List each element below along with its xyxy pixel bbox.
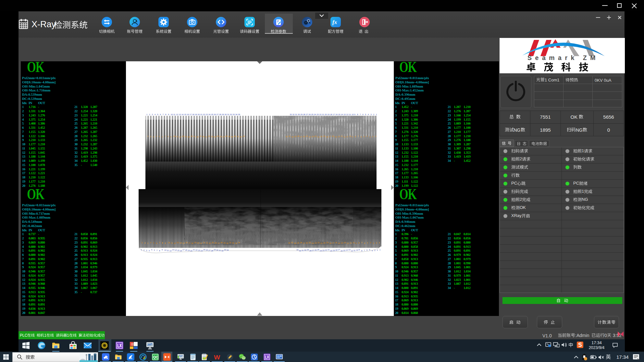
svg-text:6: 6 [154, 249, 155, 251]
svg-text:3: 3 [152, 114, 153, 115]
svg-text:18: 18 [335, 249, 337, 251]
svg-text:19: 19 [188, 249, 190, 251]
svg-text:8: 8 [355, 136, 356, 138]
svg-text:19: 19 [326, 242, 328, 244]
svg-text:17: 17 [188, 242, 190, 244]
svg-text:23: 23 [322, 249, 324, 251]
svg-text:20: 20 [325, 114, 327, 115]
svg-text:32: 32 [230, 114, 232, 115]
svg-text:14: 14 [341, 114, 343, 115]
svg-text:10: 10 [349, 135, 351, 137]
svg-text:11: 11 [350, 242, 352, 244]
svg-text:19: 19 [194, 242, 196, 244]
svg-text:1: 1 [379, 242, 380, 244]
svg-text:17: 17 [333, 114, 335, 115]
svg-text:29: 29 [294, 136, 296, 138]
svg-text:7: 7 [361, 242, 362, 244]
svg-text:23: 23 [211, 136, 213, 138]
svg-text:16: 16 [185, 242, 187, 244]
svg-text:25: 25 [317, 249, 319, 251]
svg-text:9: 9 [168, 114, 169, 115]
svg-text:29: 29 [223, 242, 225, 244]
svg-text:27: 27 [306, 114, 308, 115]
svg-text:27: 27 [222, 136, 224, 138]
svg-text:12: 12 [179, 136, 181, 138]
svg-text:25: 25 [211, 114, 213, 115]
svg-text:11: 11 [173, 114, 175, 115]
svg-text:7: 7 [360, 114, 361, 115]
svg-text:12: 12 [343, 136, 345, 138]
svg-text:9: 9 [355, 242, 356, 244]
svg-text:29: 29 [222, 114, 224, 115]
svg-text:20: 20 [197, 242, 199, 244]
svg-text:21: 21 [205, 136, 207, 138]
svg-text:12: 12 [176, 114, 178, 115]
svg-text:21: 21 [193, 249, 195, 251]
svg-text:34: 34 [238, 242, 240, 244]
svg-text:27: 27 [217, 242, 219, 244]
svg-text:22: 22 [208, 135, 210, 137]
svg-text:10: 10 [171, 114, 173, 115]
svg-text:20: 20 [330, 250, 332, 252]
svg-text:11: 11 [346, 136, 348, 138]
svg-text:10: 10 [168, 242, 170, 244]
svg-text:5: 5 [369, 249, 370, 251]
svg-text:23: 23 [316, 114, 318, 115]
svg-text:31: 31 [289, 135, 291, 137]
svg-text:8: 8 [358, 242, 359, 244]
svg-text:8: 8 [159, 250, 160, 252]
svg-text:15: 15 [182, 242, 184, 244]
svg-text:10: 10 [353, 242, 354, 244]
svg-text:25: 25 [203, 249, 205, 251]
svg-text:11: 11 [349, 114, 351, 115]
svg-text:15: 15 [335, 136, 337, 138]
svg-text:fx: fx [332, 19, 337, 25]
svg-text:8: 8 [167, 136, 168, 138]
svg-text:2: 2 [150, 136, 151, 138]
svg-text:26: 26 [309, 114, 311, 115]
svg-text:24: 24 [320, 250, 322, 252]
svg-text:26: 26 [206, 249, 208, 251]
svg-text:W: W [214, 354, 220, 360]
svg-text:27: 27 [208, 249, 210, 251]
svg-text:23: 23 [206, 114, 208, 115]
svg-text:17: 17 [193, 136, 195, 138]
svg-text:1: 1 [146, 114, 147, 115]
svg-text:33: 33 [235, 242, 237, 244]
svg-text:14: 14 [180, 242, 182, 244]
svg-text:25: 25 [212, 242, 214, 244]
svg-text:24: 24 [209, 242, 211, 244]
svg-text:33: 33 [296, 249, 298, 251]
svg-text:28: 28 [300, 242, 302, 244]
svg-text:27: 27 [217, 114, 218, 115]
svg-text:5: 5 [365, 114, 366, 115]
svg-text:1: 1 [379, 249, 380, 251]
svg-text:20: 20 [198, 114, 200, 115]
svg-text:18: 18 [196, 136, 198, 138]
svg-text:28: 28 [297, 135, 299, 137]
svg-text:32: 32 [237, 136, 239, 138]
svg-text:11: 11 [353, 249, 355, 251]
svg-text:10: 10 [356, 249, 358, 251]
svg-text:6: 6 [363, 114, 364, 115]
svg-text:8: 8 [357, 114, 358, 115]
svg-text:9: 9 [359, 249, 360, 251]
svg-text:14: 14 [175, 249, 177, 251]
svg-text:31: 31 [295, 114, 297, 115]
svg-text:30: 30 [298, 114, 300, 115]
svg-text:14: 14 [338, 136, 340, 138]
svg-text:1: 1 [375, 135, 376, 137]
svg-text:26: 26 [315, 249, 316, 251]
svg-text:30: 30 [291, 136, 293, 138]
svg-text:25: 25 [217, 135, 219, 137]
svg-text:15: 15 [177, 249, 179, 251]
svg-text:26: 26 [215, 242, 217, 244]
svg-text:19: 19 [328, 114, 329, 115]
svg-text:7: 7 [159, 242, 160, 244]
svg-text:14: 14 [346, 249, 348, 251]
svg-text:32: 32 [292, 114, 294, 115]
svg-text:34: 34 [235, 114, 238, 115]
svg-text:18: 18 [192, 114, 194, 115]
svg-text:24: 24 [208, 114, 211, 115]
svg-text:33: 33 [290, 114, 291, 115]
